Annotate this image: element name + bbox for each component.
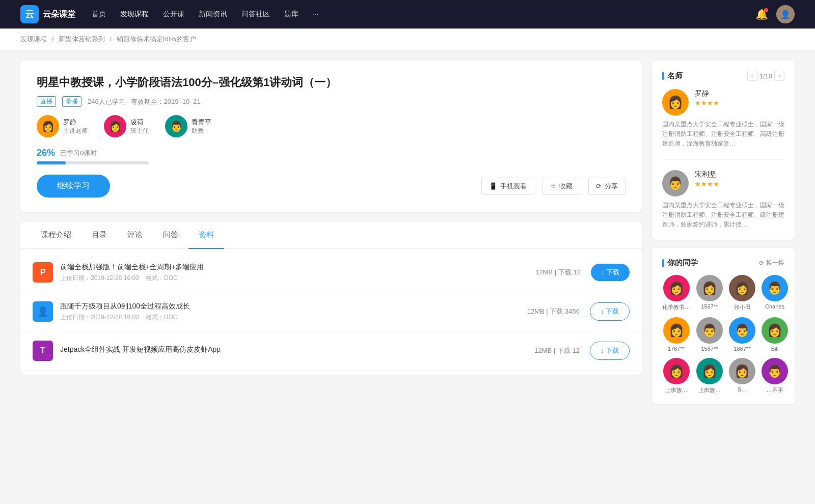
nav-open[interactable]: 公开课	[163, 8, 184, 21]
breadcrumb-current[interactable]: 销冠修炼术搞定80%的客户	[117, 35, 196, 43]
tp-stars-2: ★★★★	[695, 180, 719, 188]
tab-resources[interactable]: 资料	[188, 222, 224, 248]
progress-label: 26% 已学习0课时	[37, 148, 626, 158]
teachers-card-title: 名师	[662, 71, 683, 81]
teacher-1-name: 罗静	[63, 118, 88, 127]
classmate-5-name: 1767**	[668, 346, 685, 352]
classmate-1[interactable]: 👩 化学教书…	[662, 275, 690, 311]
resource-item: T Jetpack全组件实战 开发短视频应用高仿皮皮虾App 12MB | 下载…	[20, 331, 642, 371]
classmate-10[interactable]: 👩 上班族…	[696, 358, 723, 394]
mobile-watch-button[interactable]: 📱 手机观看	[481, 178, 534, 195]
classmate-2-name: 1567**	[701, 303, 718, 310]
teacher-3: 👨 青青平 助教	[165, 115, 211, 137]
user-avatar[interactable]: 👤	[776, 5, 795, 23]
classmate-2[interactable]: 👩 1567**	[696, 275, 723, 311]
share-icon: ⟳	[596, 182, 602, 190]
tag-live: 直播	[37, 96, 56, 107]
progress-bar-fill	[37, 161, 66, 164]
notification-bell[interactable]: 🔔	[755, 8, 768, 20]
teacher-1-role: 主讲老师	[63, 127, 88, 135]
continue-button[interactable]: 继续学习	[37, 175, 110, 198]
classmate-5-avatar: 👩	[663, 317, 690, 344]
tp-name-1: 罗静	[695, 89, 719, 98]
mobile-label: 手机观看	[500, 182, 527, 191]
resource-2-info: 跟随千万级项目从0到100全过程高效成长 上传日期：2019-12-28 16:…	[60, 302, 527, 322]
classmate-12-avatar: 👨	[762, 358, 788, 384]
tp-avatar-2: 👨	[662, 170, 689, 197]
classmate-5[interactable]: 👩 1767**	[662, 317, 690, 352]
classmate-7[interactable]: 👨 1867**	[729, 317, 755, 352]
prev-page-button[interactable]: ‹	[747, 71, 757, 81]
logo[interactable]: 云 云朵课堂	[20, 5, 75, 23]
classmate-12[interactable]: 👨 …不平	[762, 358, 788, 394]
course-actions: 继续学习 📱 手机观看 ☆ 收藏 ⟳ 分享	[37, 175, 626, 198]
classmate-8-avatar: 👩	[762, 317, 788, 344]
resource-3-name: Jetpack全组件实战 开发短视频应用高仿皮皮虾App	[60, 345, 534, 354]
tp-info-2: 宋利坚 ★★★★	[695, 170, 719, 188]
resource-item: 👤 跟随千万级项目从0到100全过程高效成长 上传日期：2019-12-28 1…	[20, 292, 642, 331]
nav-quiz[interactable]: 题库	[284, 8, 298, 21]
classmate-11[interactable]: 👩 S…	[729, 358, 755, 394]
resource-1-download[interactable]: ↓ 下载	[591, 264, 630, 281]
logo-text: 云朵课堂	[43, 9, 75, 20]
progress-percentage: 26%	[37, 148, 55, 158]
teacher-3-role: 助教	[192, 127, 211, 135]
tab-qa[interactable]: 问答	[153, 222, 188, 248]
tag-record: 录播	[62, 96, 82, 107]
teacher-3-name: 青青平	[192, 118, 211, 127]
classmate-1-name: 化学教书…	[662, 303, 690, 311]
refresh-button[interactable]: ⟳ 换一换	[759, 259, 784, 267]
tab-review[interactable]: 评论	[117, 222, 153, 248]
nav-news[interactable]: 新闻资讯	[199, 8, 227, 21]
nav-discover[interactable]: 发现课程	[120, 8, 149, 21]
nav-more[interactable]: ···	[313, 8, 319, 21]
course-card: 明星中教授课，小学阶段语法100分–强化级第1讲动词（一） 直播 录播 246人…	[20, 61, 642, 212]
classmate-11-avatar: 👩	[729, 358, 755, 384]
share-button[interactable]: ⟳ 分享	[588, 178, 626, 195]
teachers-list: 👩 罗静 主讲老师 👩 凌荷 班主任 👨 青青平	[37, 115, 626, 137]
resource-1-name: 前端全栈加强版！前端全栈+全周期+多端应用	[60, 263, 535, 272]
classmate-3-avatar: 👩	[729, 275, 755, 301]
nav-qa[interactable]: 问答社区	[241, 8, 270, 21]
breadcrumb-discover[interactable]: 发现课程	[20, 35, 47, 43]
breadcrumb: 发现课程 / 新媒体营销系列 / 销冠修炼术搞定80%的客户	[0, 29, 815, 50]
classmate-4[interactable]: 👨 Charles	[762, 275, 788, 311]
tp-info-1: 罗静 ★★★★	[695, 89, 719, 107]
classmate-3[interactable]: 👩 张小田	[729, 275, 755, 311]
progress-bar-bg	[37, 161, 149, 164]
teacher-2-info: 凌荷 班主任	[130, 118, 149, 135]
classmate-9[interactable]: 👩 上班族…	[662, 358, 690, 394]
breadcrumb-series[interactable]: 新媒体营销系列	[59, 35, 105, 43]
tp-name-2: 宋利坚	[695, 170, 719, 179]
resource-2-meta: 上传日期：2019-12-28 16:00 格式：DOC	[60, 313, 527, 322]
teacher-1-info: 罗静 主讲老师	[63, 118, 88, 135]
resource-item: P 前端全栈加强版！前端全栈+全周期+多端应用 上传日期：2019-12-28 …	[20, 253, 642, 292]
left-content: 明星中教授课，小学阶段语法100分–强化级第1讲动词（一） 直播 录播 246人…	[20, 61, 642, 412]
resource-3-download[interactable]: ↓ 下载	[590, 342, 630, 360]
course-meta: 直播 录播 246人已学习 · 有效期至：2019–10–21	[37, 96, 626, 107]
classmate-8-name: Bill	[771, 346, 779, 352]
next-page-button[interactable]: ›	[774, 71, 784, 81]
teacher-3-avatar: 👨	[165, 115, 187, 137]
nav-home[interactable]: 首页	[92, 8, 106, 21]
tp-desc-1: 国内某重点大学安全工程专业硕士，国家一级注册消防工程师、注册安全工程师、高级注册…	[662, 120, 784, 149]
classmate-10-name: 上班族…	[698, 386, 721, 394]
classmate-1-avatar: 👩	[663, 275, 690, 301]
tab-intro[interactable]: 课程介绍	[31, 222, 82, 248]
resource-2-download[interactable]: ↓ 下载	[590, 302, 630, 321]
course-meta-text: 246人已学习 · 有效期至：2019–10–21	[88, 97, 201, 106]
teacher-profile-1: 👩 罗静 ★★★★ 国内某重点大学安全工程专业硕士，国家一级注册消防工程师、注册…	[662, 89, 784, 160]
resource-2-icon: 👤	[33, 301, 53, 322]
main-layout: 明星中教授课，小学阶段语法100分–强化级第1讲动词（一） 直播 录播 246人…	[0, 50, 815, 423]
tabs-section: 课程介绍 目录 评论 问答 资料 P 前端全栈加强版！前端全栈+全周期+多端应用…	[20, 222, 642, 375]
share-label: 分享	[605, 182, 618, 191]
classmate-6[interactable]: 👨 1567**	[696, 317, 723, 352]
favorite-label: 收藏	[559, 182, 573, 191]
classmate-7-name: 1867**	[734, 346, 750, 352]
nav-items: 首页 发现课程 公开课 新闻资讯 问答社区 题库 ···	[92, 8, 739, 21]
classmates-title: 你的同学	[662, 258, 698, 268]
tab-catalog[interactable]: 目录	[82, 222, 117, 248]
classmate-8[interactable]: 👩 Bill	[762, 317, 788, 352]
favorite-button[interactable]: ☆ 收藏	[542, 178, 580, 195]
mobile-icon: 📱	[489, 182, 497, 190]
